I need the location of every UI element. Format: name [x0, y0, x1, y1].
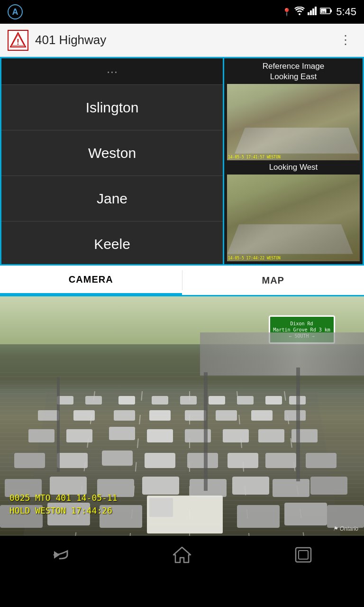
svg-rect-28 — [114, 410, 135, 421]
recents-icon — [294, 547, 313, 563]
svg-rect-27 — [73, 410, 95, 421]
svg-rect-48 — [265, 453, 296, 468]
wifi-icon — [294, 7, 305, 17]
svg-rect-45 — [145, 453, 175, 468]
ref-west-timestamp: 14-05-5 17:44:22 WESTON — [228, 256, 281, 260]
svg-rect-18 — [85, 396, 102, 405]
battery-icon: 26 — [320, 8, 332, 16]
status-icons: 📍 26 — [282, 7, 332, 17]
recents-button[interactable] — [284, 543, 322, 567]
svg-rect-81 — [204, 372, 208, 491]
camera-canvas: Dixon RdMartin Grove Rd 3 km← SOUTH → — [0, 296, 364, 536]
reference-east-section: Reference Image Looking East 14-05-5 17:… — [227, 61, 360, 160]
svg-rect-0 — [308, 12, 309, 15]
overflow-menu-button[interactable]: ⋮ — [336, 29, 356, 51]
scroll-hint: ··· — [1, 58, 223, 85]
home-button[interactable] — [163, 543, 201, 567]
svg-rect-41 — [291, 429, 318, 442]
location-list: ··· Islington Weston Jane Keele — [1, 58, 224, 264]
location-item-islington[interactable]: Islington — [1, 85, 223, 130]
reference-east-label: Reference Image Looking East — [263, 61, 324, 82]
svg-text:26: 26 — [321, 10, 325, 14]
svg-rect-44 — [102, 451, 133, 466]
camera-view: Dixon RdMartin Grove Rd 3 km← SOUTH → — [0, 296, 364, 536]
svg-rect-62 — [149, 498, 173, 517]
svg-rect-49 — [306, 453, 337, 468]
svg-rect-19 — [118, 396, 135, 405]
location-item-jane[interactable]: Jane — [1, 176, 223, 221]
svg-rect-34 — [28, 429, 55, 442]
svg-rect-23 — [237, 396, 254, 405]
reference-west-image: 14-05-5 17:44:22 WESTON — [227, 175, 360, 261]
svg-marker-84 — [173, 547, 191, 562]
svg-rect-82 — [296, 368, 300, 481]
ref-east-timestamp: 14-05-5 17:41:57 WESTON — [228, 155, 281, 159]
svg-rect-36 — [109, 427, 135, 440]
svg-rect-29 — [149, 410, 171, 421]
svg-rect-42 — [14, 453, 45, 468]
tab-camera[interactable]: CAMERA — [0, 266, 182, 295]
location-icon: 📍 — [282, 8, 291, 17]
svg-rect-21 — [180, 396, 197, 405]
svg-rect-47 — [228, 453, 258, 468]
reference-west-section: Looking West 14-05-5 17:44:22 WESTON — [227, 162, 360, 261]
svg-rect-46 — [187, 453, 218, 468]
app-bar: ! 401 Highway ⋮ — [0, 24, 364, 57]
svg-rect-31 — [216, 410, 237, 421]
app-status-icon: A — [8, 4, 23, 19]
back-icon — [50, 547, 71, 562]
svg-rect-32 — [251, 410, 273, 421]
home-icon — [173, 546, 191, 563]
svg-rect-33 — [284, 410, 306, 421]
svg-rect-26 — [38, 410, 59, 421]
svg-rect-24 — [265, 396, 282, 405]
main-panel: ··· Islington Weston Jane Keele Referenc… — [0, 57, 364, 266]
tab-map[interactable]: MAP — [182, 266, 364, 295]
svg-rect-37 — [147, 429, 173, 442]
reference-east-image: 14-05-5 17:41:57 WESTON — [227, 84, 360, 160]
signal-icon — [308, 7, 317, 17]
svg-rect-63 — [237, 505, 280, 528]
location-item-keele[interactable]: Keele — [1, 221, 223, 264]
location-item-weston[interactable]: Weston — [1, 130, 223, 176]
status-time: 5:45 — [336, 6, 356, 18]
svg-rect-5 — [330, 9, 332, 12]
svg-rect-64 — [284, 503, 327, 525]
svg-rect-40 — [258, 429, 284, 442]
svg-rect-22 — [209, 396, 225, 405]
svg-rect-54 — [190, 479, 227, 497]
svg-rect-53 — [142, 477, 179, 495]
svg-rect-3 — [315, 7, 317, 15]
svg-rect-39 — [223, 429, 249, 442]
reference-panel: Reference Image Looking East 14-05-5 17:… — [224, 58, 363, 264]
svg-text:!: ! — [17, 38, 19, 46]
svg-rect-83 — [57, 377, 60, 472]
reference-west-label: Looking West — [269, 162, 318, 173]
svg-rect-86 — [299, 551, 308, 559]
svg-rect-55 — [232, 477, 269, 495]
ontario-logo: ⚑ Ontario — [333, 525, 358, 532]
svg-rect-35 — [66, 429, 92, 442]
svg-rect-56 — [273, 479, 309, 497]
app-title: 401 Highway — [35, 33, 329, 47]
svg-rect-85 — [296, 548, 311, 562]
svg-rect-65 — [327, 505, 364, 528]
svg-rect-30 — [185, 410, 206, 421]
back-button[interactable] — [42, 543, 80, 567]
app-logo: ! — [8, 30, 28, 51]
svg-rect-43 — [57, 453, 88, 468]
svg-rect-20 — [152, 396, 168, 405]
bottom-nav — [0, 536, 364, 574]
status-bar: A 📍 26 5:45 — [0, 0, 364, 24]
svg-rect-57 — [310, 477, 347, 495]
tabs-bar: CAMERA MAP — [0, 266, 364, 296]
svg-rect-2 — [312, 9, 314, 15]
camera-timestamp: 0025 MTO 401 14-05-11 HOLD WESTON 17:44:… — [9, 491, 118, 517]
svg-rect-1 — [310, 10, 312, 15]
